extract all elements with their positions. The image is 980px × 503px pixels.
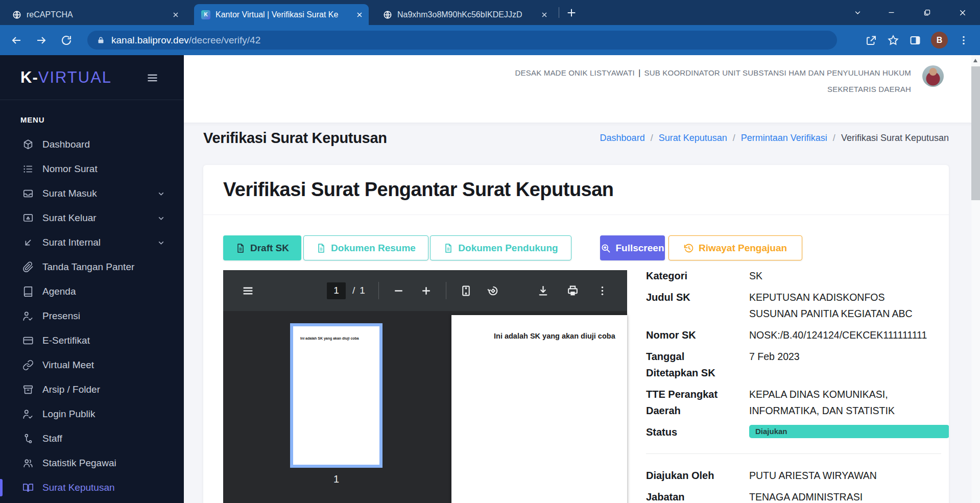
detail-row-judul-sk: Judul SK KEPUTUSAN KADISKONFOSSUSUNAN PA… xyxy=(646,289,949,322)
chevron-down-icon xyxy=(157,214,165,223)
users-icon xyxy=(22,458,34,469)
sidebar-item-label: Virtual Meet xyxy=(42,360,94,371)
sidebar-item-presensi[interactable]: Presensi xyxy=(0,304,184,328)
minimize-icon xyxy=(888,9,895,16)
globe-icon xyxy=(383,10,392,19)
detail-row-nomor-sk: Nomor SK NOSK:/B.40/124124/CEKCEK1111111… xyxy=(646,327,949,343)
scrollbar-up-arrow-icon[interactable] xyxy=(973,59,977,62)
detail-label: Judul SK xyxy=(646,289,735,305)
pdf-menu-icon[interactable] xyxy=(242,284,254,297)
browser-profile-avatar[interactable]: B xyxy=(931,32,948,49)
sidebar-item-surat-keluar[interactable]: Surat Keluar xyxy=(0,206,184,230)
top-header: DESAK MADE ONIK LISTYAWATI|SUB KOORDINAT… xyxy=(184,55,971,123)
sidebar-item-staff[interactable]: Staff xyxy=(0,426,184,451)
pdf-page-input[interactable]: 1 xyxy=(327,282,346,299)
app-logo[interactable]: K-VIRTUAL xyxy=(0,55,184,100)
detail-label: Nomor SK xyxy=(646,327,735,343)
user-check-icon xyxy=(22,310,34,322)
sidebar-item-label: Presensi xyxy=(42,310,80,322)
rotate-icon[interactable] xyxy=(487,284,499,297)
sidebar-item-surat-keputusan[interactable]: Surat Keputusan xyxy=(0,475,184,500)
restore-icon xyxy=(923,9,931,16)
sidebar-item-e-sertifikat[interactable]: E-Sertifikat xyxy=(0,328,184,353)
tab-strip: reCAPTCHA K Kantor Virtual | Verifikasi … xyxy=(0,0,980,25)
close-icon[interactable] xyxy=(355,11,364,19)
kebab-menu-icon[interactable] xyxy=(596,284,609,297)
card-heading: Verifikasi Surat Pengantar Surat Keputus… xyxy=(223,179,614,201)
riwayat-pengajuan-button[interactable]: Riwayat Pengajuan xyxy=(668,235,802,260)
user-avatar[interactable] xyxy=(922,65,944,87)
book-open-icon xyxy=(22,482,34,493)
chevron-down-icon xyxy=(854,9,862,16)
hamburger-menu-icon[interactable] xyxy=(146,71,159,85)
user-role-secondary: SEKRETARIS DAERAH xyxy=(515,81,912,98)
download-icon[interactable] xyxy=(537,284,549,297)
tab-kantor-virtual[interactable]: K Kantor Virtual | Verifikasi Surat Ke xyxy=(194,4,369,25)
close-icon[interactable] xyxy=(540,11,548,19)
list-icon xyxy=(22,163,34,175)
bookmark-button[interactable] xyxy=(887,34,899,46)
button-label: Dokumen Pendukung xyxy=(458,243,558,254)
sidebar-item-dashboard[interactable]: Dashboard xyxy=(0,132,184,157)
sidebar: K-VIRTUAL MENU Dashboard Nomor Surat Sur… xyxy=(0,55,184,503)
sidebar-item-arsip-folder[interactable]: Arsip / Folder xyxy=(0,377,184,402)
reload-button[interactable] xyxy=(60,34,73,46)
breadcrumb-separator: / xyxy=(651,133,653,143)
breadcrumb-link-dashboard[interactable]: Dashboard xyxy=(600,133,645,143)
detail-row-kategori: Kategori SK xyxy=(646,268,949,284)
sidebar-item-login-publik[interactable]: Login Publik xyxy=(0,402,184,426)
sidebar-item-nomor-surat[interactable]: Nomor Surat xyxy=(0,157,184,181)
sidebar-item-label: E-Sertifikat xyxy=(42,335,90,346)
window-close-button[interactable] xyxy=(951,0,974,25)
dokumen-pendukung-button[interactable]: Dokumen Pendukung xyxy=(430,235,571,260)
sidebar-item-agenda[interactable]: Agenda xyxy=(0,279,184,304)
page-scrollbar[interactable] xyxy=(971,55,980,503)
pdf-document-area: Ini adalah SK yang akan diuji coba xyxy=(451,311,627,503)
logo-k: K- xyxy=(20,68,38,86)
zoom-out-icon[interactable] xyxy=(392,284,405,297)
side-panel-button[interactable] xyxy=(909,34,921,46)
sidebar-item-surat-internal[interactable]: Surat Internal xyxy=(0,230,184,255)
window-chevron-button[interactable] xyxy=(846,0,869,25)
zoom-in-icon[interactable] xyxy=(420,284,433,297)
url-bar[interactable]: kanal.baliprov.dev/decree/verify/42 xyxy=(87,31,837,50)
sidebar-item-statistik-pegawai[interactable]: Statistik Pegawai xyxy=(0,451,184,475)
pdf-page[interactable]: Ini adalah SK yang akan diuji coba xyxy=(451,315,627,503)
kebab-menu-icon xyxy=(958,34,970,46)
window-minimize-button[interactable] xyxy=(879,0,903,25)
close-icon[interactable] xyxy=(172,11,180,19)
pdf-thumbnail-page-1[interactable]: Ini adalah SK yang akan diuji coba xyxy=(290,323,383,468)
side-panel-icon xyxy=(909,34,921,46)
tab-recaptcha[interactable]: reCAPTCHA xyxy=(5,4,185,25)
sidebar-item-label: Surat Keluar xyxy=(42,212,97,224)
scrollbar-thumb[interactable] xyxy=(971,66,980,200)
chevron-down-icon xyxy=(157,189,165,198)
new-tab-button[interactable] xyxy=(564,5,579,20)
window-restore-button[interactable] xyxy=(915,0,939,25)
sidebar-item-tanda-tangan-panter[interactable]: Tanda Tangan Panter xyxy=(0,255,184,279)
breadcrumb-link-permintaan-verifikasi[interactable]: Permintaan Verifikasi xyxy=(741,133,827,143)
paperclip-icon xyxy=(22,261,34,273)
share-button[interactable] xyxy=(865,34,877,46)
sidebar-item-virtual-meet[interactable]: Virtual Meet xyxy=(0,353,184,377)
cube-icon xyxy=(22,139,34,150)
draft-sk-button[interactable]: Draft SK xyxy=(223,235,301,260)
back-button[interactable] xyxy=(10,34,22,46)
toolbar-divider xyxy=(446,282,446,299)
sidebar-item-surat-masuk[interactable]: Surat Masuk xyxy=(0,181,184,206)
browser-menu-button[interactable] xyxy=(958,34,970,46)
detail-value: SK xyxy=(749,268,949,284)
dokumen-resume-button[interactable]: Dokumen Resume xyxy=(303,235,428,260)
fit-to-page-icon[interactable] xyxy=(460,284,472,297)
print-icon[interactable] xyxy=(566,284,579,297)
sidebar-item-label: Statistik Pegawai xyxy=(42,458,116,469)
url-host: kanal.baliprov.dev xyxy=(111,35,189,46)
detail-row-diajukan-oleh: Diajukan Oleh PUTU ARIESTA WIRYAWAN xyxy=(646,467,949,484)
detail-value: PUTU ARIESTA WIRYAWAN xyxy=(749,467,949,484)
fullscreen-button[interactable]: Fullscreen xyxy=(600,235,665,260)
detail-value: KEPALA DINAS KOMUNIKASI, xyxy=(749,386,949,402)
detail-label: Tanggal Ditetapkan SK xyxy=(646,348,735,381)
breadcrumb-link-surat-keputusan[interactable]: Surat Keputusan xyxy=(659,133,727,143)
forward-button[interactable] xyxy=(35,34,47,46)
tab-document[interactable]: Na9xhm3o8M90hKc56bIKDEJJzD xyxy=(376,4,554,25)
